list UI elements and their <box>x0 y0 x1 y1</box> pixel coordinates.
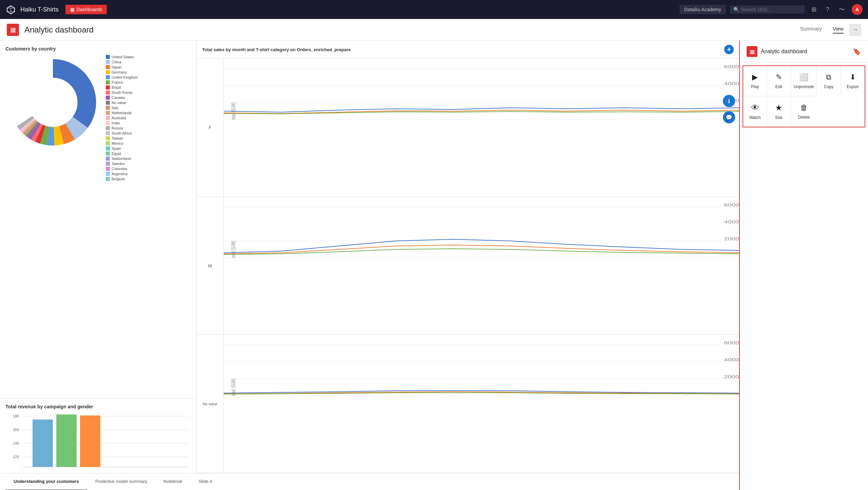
delete-icon: 🗑 <box>800 103 808 112</box>
help-icon-button[interactable]: ? <box>823 5 832 15</box>
svg-text:total (SUM): total (SUM) <box>230 241 236 258</box>
donut-svg <box>5 55 100 150</box>
legend-color-swatch <box>106 70 110 74</box>
svg-text:120: 120 <box>13 455 19 459</box>
donut-chart-container: United StatesChinaJapanGermanyUnited Kin… <box>5 55 191 181</box>
star-label: Star <box>775 115 783 120</box>
grid-icon-button[interactable]: ⊞ <box>809 4 819 15</box>
donut-legend: United StatesChinaJapanGermanyUnited Kin… <box>106 55 138 181</box>
legend-color-swatch <box>106 151 110 156</box>
right-panel-header: Total sales by month and T-shirt categor… <box>197 41 739 59</box>
tab-view[interactable]: View <box>833 26 844 34</box>
bottom-tab[interactable]: Slide 4 <box>191 473 220 490</box>
action-edit[interactable]: ✎Edit <box>767 66 791 96</box>
line-chart-inner-m: 6000 4000 2000 total (SUM) <box>224 197 739 265</box>
legend-label: Argentina <box>112 172 127 176</box>
play-label: Play <box>751 84 759 89</box>
workspace-button[interactable]: Dataiku Academy <box>679 5 726 14</box>
legend-item: Belgium <box>106 177 138 181</box>
action-copy[interactable]: ⧉Copy <box>817 66 841 96</box>
tab-summary[interactable]: Summary <box>800 26 822 34</box>
bottom-tab[interactable]: Understanding your customers <box>5 473 87 490</box>
svg-text:180: 180 <box>13 414 19 418</box>
side-panel-title: Analytic dashboard <box>761 48 849 55</box>
dashboards-button[interactable]: ▦ Dashboards <box>65 5 107 14</box>
legend-label: China <box>112 60 121 64</box>
action-export[interactable]: ⬇Export <box>841 66 865 96</box>
svg-text:4000: 4000 <box>724 81 739 86</box>
legend-item: Mexico <box>106 141 138 145</box>
legend-color-swatch <box>106 111 110 115</box>
right-panel: Total sales by month and T-shirt categor… <box>197 41 739 473</box>
side-panel: ▦ Analytic dashboard 🔖 ▶Play✎Edit⬜Unprom… <box>739 41 868 490</box>
action-unpromote[interactable]: ⬜Unpromote <box>791 66 817 96</box>
search-input[interactable] <box>741 7 799 12</box>
donut-chart-area: Customers by country <box>0 41 196 399</box>
legend-label: No value <box>112 101 126 105</box>
line-chart-label-novalue: No value <box>197 335 224 473</box>
expand-arrow[interactable]: → <box>849 24 861 36</box>
legend-color-swatch <box>106 116 110 120</box>
legend-item: Brazil <box>106 85 138 89</box>
legend-item: Japan <box>106 65 138 69</box>
legend-color-swatch <box>106 85 110 89</box>
line-chart-label-m: M <box>197 197 224 335</box>
search-box[interactable]: 🔍 <box>730 5 805 14</box>
bottom-tab[interactable]: Predictive model summary <box>87 473 155 490</box>
dashboard-icon: ▦ <box>7 24 19 36</box>
copy-label: Copy <box>824 84 833 89</box>
activity-icon-button[interactable]: 〜 <box>836 4 848 15</box>
side-panel-header: ▦ Analytic dashboard 🔖 <box>740 41 868 63</box>
legend-color-swatch <box>106 90 110 95</box>
dashboard-content: Customers by country <box>0 41 739 490</box>
svg-text:2000: 2000 <box>724 375 739 380</box>
user-avatar[interactable]: A <box>852 4 863 15</box>
watch-label: Watch <box>749 115 761 120</box>
line-chart-label-f: F <box>197 59 224 197</box>
legend-item: Italy <box>106 106 138 110</box>
page-title: Analytic dashboard <box>24 25 795 35</box>
legend-color-swatch <box>106 55 110 59</box>
legend-item: Sweden <box>106 162 138 166</box>
svg-text:4000: 4000 <box>724 358 739 363</box>
legend-item: India <box>106 121 138 125</box>
legend-label: Germany <box>112 70 127 74</box>
line-chart-m: M 6000 4000 2000 total (SUM) <box>197 197 739 335</box>
legend-color-swatch <box>106 172 110 176</box>
left-panel: Customers by country <box>0 41 197 473</box>
action-delete[interactable]: 🗑Delete <box>791 96 817 127</box>
legend-label: India <box>112 121 120 125</box>
chat-button[interactable]: 💬 <box>723 111 735 123</box>
info-button[interactable]: ℹ <box>723 95 735 107</box>
legend-label: Brazil <box>112 85 121 89</box>
legend-item: United States <box>106 55 138 59</box>
legend-label: Egypt <box>112 151 121 156</box>
action-grid: ▶Play✎Edit⬜Unpromote⧉Copy⬇Export👁Watch★S… <box>743 65 865 127</box>
legend-label: South Korea <box>112 90 132 95</box>
bottom-tabs: Understanding your customersPredictive m… <box>0 473 739 490</box>
legend-item: Colombia <box>106 167 138 171</box>
legend-label: Japan <box>112 65 122 69</box>
svg-text:6000: 6000 <box>724 64 739 69</box>
legend-label: Sweden <box>112 162 125 166</box>
legend-item: Germany <box>106 70 138 74</box>
legend-item: Canada <box>106 96 138 100</box>
legend-item: No value <box>106 101 138 105</box>
delete-label: Delete <box>798 115 810 120</box>
legend-color-swatch <box>106 162 110 166</box>
legend-color-swatch <box>106 177 110 181</box>
legend-color-swatch <box>106 75 110 79</box>
side-floating-buttons: ℹ 💬 <box>723 95 735 123</box>
svg-text:4000: 4000 <box>724 220 739 224</box>
edit-icon: ✎ <box>776 73 782 82</box>
action-play[interactable]: ▶Play <box>743 66 767 96</box>
bottom-tab[interactable]: Notebook <box>155 473 191 490</box>
line-chart-novalue: No value 6000 4000 2000 total (SUM) <box>197 335 739 473</box>
legend-label: Taiwan <box>112 136 123 140</box>
line-chart-inner-f: 6000 4000 2000 total (SUM) <box>224 59 739 126</box>
add-chart-button[interactable]: + <box>724 45 734 54</box>
legend-color-swatch <box>106 167 110 171</box>
svg-text:160: 160 <box>13 428 19 432</box>
action-watch[interactable]: 👁Watch <box>743 96 767 127</box>
action-star[interactable]: ★Star <box>767 96 791 127</box>
